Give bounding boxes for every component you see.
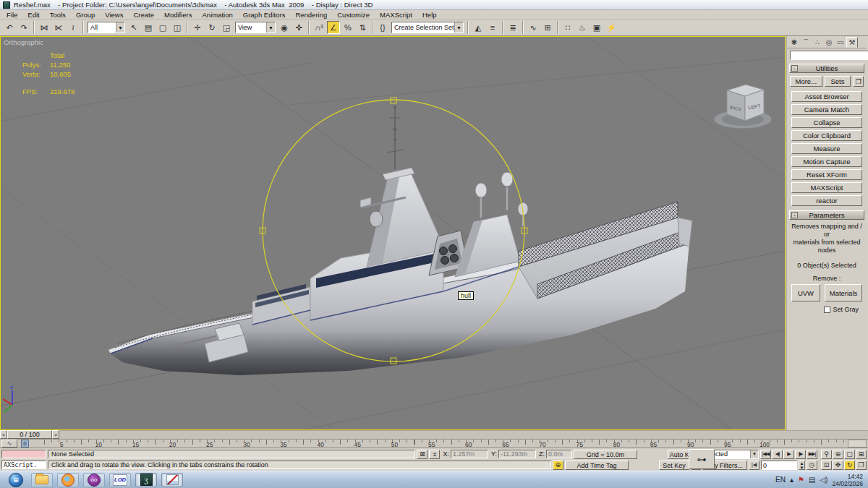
tab-utilities[interactable]: ⚒ [846, 37, 858, 48]
menu-customize[interactable]: Customize [332, 11, 375, 19]
menu-views[interactable]: Views [100, 11, 128, 19]
collapse-button[interactable]: Collapse [791, 117, 862, 128]
time-slider-track[interactable] [59, 430, 868, 439]
play-button[interactable]: ▶ [783, 450, 794, 459]
time-slider-next-button[interactable]: > [52, 430, 59, 439]
menu-modifiers[interactable]: Modifiers [159, 11, 197, 19]
toggle-set-key-mode-button[interactable]: ⊶ [689, 449, 715, 469]
frame-spinner[interactable]: ▲▼ [799, 461, 805, 470]
tab-display[interactable]: ▭ [835, 37, 846, 48]
taskbar-lod-app[interactable]: LOD [109, 473, 131, 487]
use-pivot-center-button[interactable]: ◉ [278, 21, 291, 34]
previous-frame-button[interactable]: ◀| [772, 450, 783, 459]
utilities-rollout-header[interactable]: - Utilities [789, 64, 864, 73]
language-indicator[interactable]: EN [775, 476, 786, 484]
zoom-button[interactable]: ⚲ [821, 450, 832, 459]
go-to-start-button[interactable]: |◀◀ [760, 450, 771, 459]
undo-button[interactable]: ↶ [3, 21, 16, 34]
percent-snap-button[interactable]: % [341, 21, 354, 34]
menu-create[interactable]: Create [128, 11, 159, 19]
arc-rotate-button[interactable]: ↻ [844, 461, 855, 470]
color-clipboard-button[interactable]: Color Clipboard [791, 130, 862, 141]
tab-hierarchy[interactable]: ∴ [812, 37, 823, 48]
remove-materials-button[interactable]: Materials [825, 284, 862, 301]
redo-button[interactable]: ↷ [17, 21, 30, 34]
viewport[interactable]: LEFT BACK z Orthographic Total Polys: 11… [0, 36, 786, 430]
selection-filter-dropdown[interactable]: All▼ [88, 22, 125, 33]
current-frame-marker[interactable]: 0 [21, 440, 29, 448]
taskbar-explorer[interactable] [31, 473, 53, 487]
chevron-down-icon[interactable]: ▼ [454, 22, 463, 33]
reset-xform-button[interactable]: Reset XForm [791, 169, 862, 180]
taskbar-start-button[interactable]: ⊞ [5, 473, 27, 487]
tab-motion[interactable]: ◎ [823, 37, 835, 48]
selection-lock-toggle[interactable]: ⊠ [417, 450, 427, 459]
select-object-button[interactable]: ↖ [127, 21, 140, 34]
select-and-scale-button[interactable]: ◲ [220, 21, 233, 34]
menu-help[interactable]: Help [417, 11, 442, 19]
show-hidden-icons-button[interactable]: ▴ [790, 476, 793, 484]
add-time-tag-button[interactable]: Add Time Tag [565, 461, 629, 470]
reference-coordinate-dropdown[interactable]: View▼ [235, 22, 276, 33]
taskbar-firefox[interactable] [57, 473, 79, 487]
set-gray-checkbox[interactable] [824, 307, 830, 313]
time-slider-prev-button[interactable]: < [0, 430, 7, 439]
maximize-viewport-button[interactable]: ❐ [856, 461, 867, 470]
curve-editor-button[interactable]: ∿ [527, 21, 540, 34]
menu-graph-editors[interactable]: Graph Editors [238, 11, 291, 19]
collapse-icon[interactable]: - [791, 212, 798, 218]
menu-group[interactable]: Group [71, 11, 100, 19]
layer-manager-button[interactable]: ≣ [506, 21, 519, 34]
angle-snap-button[interactable]: ∠ [327, 21, 340, 34]
menu-rendering[interactable]: Rendering [290, 11, 332, 19]
unlink-selection-button[interactable]: ⋉ [52, 21, 65, 34]
snaps-toggle-button[interactable]: ∩³ [312, 21, 326, 34]
window-crossing-button[interactable]: ◫ [171, 21, 184, 34]
pan-view-button[interactable]: ✥ [833, 461, 843, 470]
bind-to-space-warp-button[interactable]: ≀ [67, 21, 80, 34]
configure-button-sets-icon[interactable]: ❐ [853, 76, 864, 87]
taskbar-paint[interactable] [161, 473, 183, 487]
select-and-manipulate-button[interactable]: ✜ [292, 21, 305, 34]
align-button[interactable]: ≡ [486, 21, 499, 34]
time-tag-globe-icon[interactable]: ⊕ [553, 461, 563, 470]
volume-icon[interactable]: ◁) [820, 476, 827, 484]
maxscript-button[interactable]: MAXScript [791, 182, 862, 193]
macro-recorder-field[interactable] [1, 450, 46, 458]
remove-uvw-button[interactable]: UVW [791, 284, 820, 301]
viewport-type-label[interactable]: Orthographic [4, 38, 43, 46]
taskbar-3dsmax[interactable]: ʒ [135, 473, 157, 487]
time-configuration-button[interactable]: ◷ [807, 461, 817, 470]
motion-capture-button[interactable]: Motion Capture [791, 156, 862, 167]
selection-region-button[interactable]: ▢ [156, 21, 169, 34]
select-and-rotate-button[interactable]: ↻ [205, 21, 218, 34]
sets-button[interactable]: Sets [825, 76, 851, 87]
network-icon[interactable]: ▤ [809, 476, 815, 484]
menu-tools[interactable]: Tools [45, 11, 71, 19]
chevron-down-icon[interactable]: ▼ [750, 450, 758, 458]
select-by-name-button[interactable]: ▤ [142, 21, 155, 34]
taskbar-media-app[interactable]: oo [83, 473, 105, 487]
next-frame-button[interactable]: |▶ [795, 450, 806, 459]
tab-modify[interactable]: ⌒ [800, 37, 812, 48]
time-slider[interactable]: < 0 / 100 > [0, 430, 868, 440]
track-bar-ruler[interactable]: 0510152025303540455055606570758085909510… [20, 440, 846, 448]
rendered-frame-button[interactable]: ▣ [590, 21, 603, 34]
object-name-field[interactable] [790, 51, 868, 60]
go-to-end-button[interactable]: ▶▶| [807, 450, 817, 459]
chevron-down-icon[interactable]: ▼ [116, 22, 124, 33]
collapse-icon[interactable]: - [791, 65, 798, 72]
viewcube[interactable]: LEFT BACK [714, 85, 772, 129]
zoom-extents-button[interactable]: ▢ [844, 450, 855, 459]
more-button[interactable]: More... [790, 76, 822, 87]
create-selection-set-dropdown[interactable]: Create Selection Set▼ [391, 22, 464, 33]
tab-create[interactable]: ✱ [788, 37, 800, 48]
z-coordinate-field[interactable]: 0.0m [546, 450, 572, 458]
menu-maxscript[interactable]: MAXScript [375, 11, 417, 19]
measure-button[interactable]: Measure [791, 143, 862, 154]
y-coordinate-field[interactable]: -11.293m [498, 450, 536, 458]
viewport-canvas[interactable]: LEFT BACK z [1, 37, 785, 429]
track-bar[interactable]: ∿ 05101520253035404550556065707580859095… [0, 440, 868, 448]
action-center-icon[interactable]: ⚑ [798, 476, 804, 484]
select-and-link-button[interactable]: ⋈ [38, 21, 51, 34]
